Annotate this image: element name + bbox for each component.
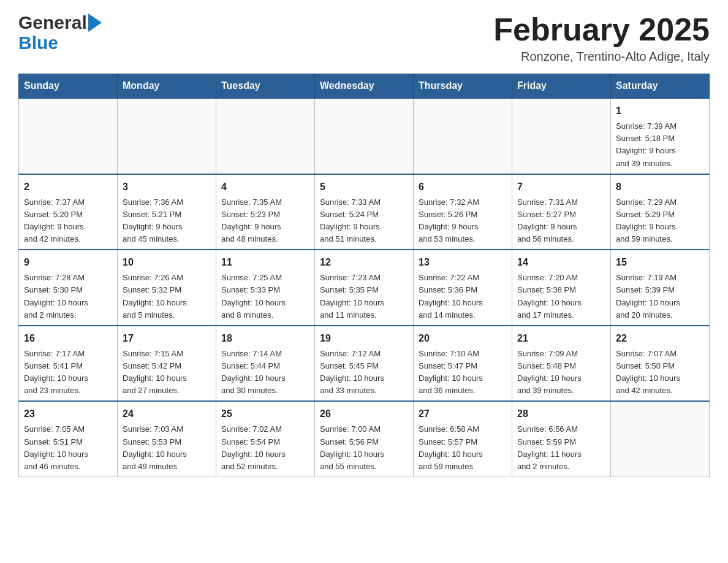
logo-arrow-icon — [88, 13, 102, 32]
calendar-cell: 4Sunrise: 7:35 AM Sunset: 5:23 PM Daylig… — [216, 174, 315, 250]
logo-general-text: General — [18, 12, 87, 33]
logo-blue-text: Blue — [18, 33, 102, 53]
logo: General Blue — [18, 12, 102, 53]
calendar-header-thursday: Thursday — [414, 74, 512, 99]
calendar-cell: 19Sunrise: 7:12 AM Sunset: 5:45 PM Dayli… — [315, 326, 414, 402]
day-number: 21 — [517, 331, 605, 346]
day-info: Sunrise: 7:05 AM Sunset: 5:51 PM Dayligh… — [24, 423, 112, 473]
calendar-cell: 6Sunrise: 7:32 AM Sunset: 5:26 PM Daylig… — [414, 174, 512, 250]
day-number: 14 — [517, 255, 605, 270]
day-number: 26 — [320, 407, 408, 421]
day-number: 7 — [517, 180, 605, 194]
calendar-cell: 17Sunrise: 7:15 AM Sunset: 5:42 PM Dayli… — [118, 326, 216, 402]
day-info: Sunrise: 7:19 AM Sunset: 5:39 PM Dayligh… — [616, 272, 704, 321]
calendar-week-row: 16Sunrise: 7:17 AM Sunset: 5:41 PM Dayli… — [19, 326, 710, 402]
day-number: 18 — [221, 331, 309, 346]
day-info: Sunrise: 7:03 AM Sunset: 5:53 PM Dayligh… — [123, 423, 211, 473]
calendar-table: SundayMondayTuesdayWednesdayThursdayFrid… — [18, 74, 710, 477]
day-number: 20 — [419, 331, 507, 346]
day-info: Sunrise: 7:35 AM Sunset: 5:23 PM Dayligh… — [221, 196, 309, 246]
calendar-cell: 1Sunrise: 7:39 AM Sunset: 5:18 PM Daylig… — [611, 98, 710, 174]
calendar-cell: 26Sunrise: 7:00 AM Sunset: 5:56 PM Dayli… — [315, 401, 414, 477]
calendar-cell: 11Sunrise: 7:25 AM Sunset: 5:33 PM Dayli… — [216, 250, 315, 326]
calendar-cell — [118, 98, 216, 174]
calendar-week-row: 2Sunrise: 7:37 AM Sunset: 5:20 PM Daylig… — [19, 174, 710, 250]
svg-marker-0 — [88, 13, 102, 32]
calendar-cell: 14Sunrise: 7:20 AM Sunset: 5:38 PM Dayli… — [512, 250, 611, 326]
calendar-header-friday: Friday — [512, 74, 611, 99]
day-info: Sunrise: 7:33 AM Sunset: 5:24 PM Dayligh… — [320, 196, 408, 246]
day-info: Sunrise: 7:39 AM Sunset: 5:18 PM Dayligh… — [616, 120, 704, 170]
day-number: 16 — [24, 331, 112, 346]
calendar-header-monday: Monday — [118, 74, 216, 99]
day-number: 6 — [419, 180, 507, 194]
day-number: 4 — [221, 180, 309, 194]
day-number: 23 — [24, 407, 112, 421]
day-number: 5 — [320, 180, 408, 194]
day-info: Sunrise: 7:07 AM Sunset: 5:50 PM Dayligh… — [616, 348, 704, 397]
calendar-cell: 21Sunrise: 7:09 AM Sunset: 5:48 PM Dayli… — [512, 326, 611, 402]
calendar-cell: 22Sunrise: 7:07 AM Sunset: 5:50 PM Dayli… — [611, 326, 710, 402]
day-info: Sunrise: 7:29 AM Sunset: 5:29 PM Dayligh… — [616, 196, 704, 246]
day-info: Sunrise: 7:00 AM Sunset: 5:56 PM Dayligh… — [320, 423, 408, 473]
calendar-cell: 15Sunrise: 7:19 AM Sunset: 5:39 PM Dayli… — [611, 250, 710, 326]
calendar-cell: 16Sunrise: 7:17 AM Sunset: 5:41 PM Dayli… — [19, 326, 118, 402]
day-info: Sunrise: 7:17 AM Sunset: 5:41 PM Dayligh… — [24, 348, 112, 397]
calendar-cell — [315, 98, 414, 174]
day-info: Sunrise: 7:28 AM Sunset: 5:30 PM Dayligh… — [24, 272, 112, 321]
day-number: 15 — [616, 255, 704, 270]
day-info: Sunrise: 7:37 AM Sunset: 5:20 PM Dayligh… — [24, 196, 112, 246]
day-number: 3 — [123, 180, 211, 194]
calendar-cell: 7Sunrise: 7:31 AM Sunset: 5:27 PM Daylig… — [512, 174, 611, 250]
title-section: February 2025 Ronzone, Trentino-Alto Adi… — [493, 12, 710, 64]
month-title: February 2025 — [493, 12, 710, 47]
day-number: 22 — [616, 331, 704, 346]
calendar-header-tuesday: Tuesday — [216, 74, 315, 99]
calendar-cell: 3Sunrise: 7:36 AM Sunset: 5:21 PM Daylig… — [118, 174, 216, 250]
day-number: 13 — [419, 255, 507, 270]
day-number: 17 — [123, 331, 211, 346]
day-info: Sunrise: 7:02 AM Sunset: 5:54 PM Dayligh… — [221, 423, 309, 473]
day-number: 28 — [517, 407, 605, 421]
day-info: Sunrise: 6:58 AM Sunset: 5:57 PM Dayligh… — [419, 423, 507, 473]
day-info: Sunrise: 7:23 AM Sunset: 5:35 PM Dayligh… — [320, 272, 408, 321]
calendar-cell — [414, 98, 512, 174]
calendar-cell: 5Sunrise: 7:33 AM Sunset: 5:24 PM Daylig… — [315, 174, 414, 250]
page-header: General Blue February 2025 Ronzone, Tren… — [18, 12, 710, 64]
day-info: Sunrise: 7:15 AM Sunset: 5:42 PM Dayligh… — [123, 348, 211, 397]
calendar-header-row: SundayMondayTuesdayWednesdayThursdayFrid… — [19, 74, 710, 99]
day-info: Sunrise: 7:22 AM Sunset: 5:36 PM Dayligh… — [419, 272, 507, 321]
calendar-header-sunday: Sunday — [19, 74, 118, 99]
day-info: Sunrise: 7:25 AM Sunset: 5:33 PM Dayligh… — [221, 272, 309, 321]
day-info: Sunrise: 7:09 AM Sunset: 5:48 PM Dayligh… — [517, 348, 605, 397]
day-info: Sunrise: 7:20 AM Sunset: 5:38 PM Dayligh… — [517, 272, 605, 321]
calendar-week-row: 9Sunrise: 7:28 AM Sunset: 5:30 PM Daylig… — [19, 250, 710, 326]
calendar-cell: 20Sunrise: 7:10 AM Sunset: 5:47 PM Dayli… — [414, 326, 512, 402]
day-number: 8 — [616, 180, 704, 194]
day-number: 19 — [320, 331, 408, 346]
calendar-cell: 27Sunrise: 6:58 AM Sunset: 5:57 PM Dayli… — [414, 401, 512, 477]
day-info: Sunrise: 7:10 AM Sunset: 5:47 PM Dayligh… — [419, 348, 507, 397]
day-info: Sunrise: 7:12 AM Sunset: 5:45 PM Dayligh… — [320, 348, 408, 397]
calendar-cell: 25Sunrise: 7:02 AM Sunset: 5:54 PM Dayli… — [216, 401, 315, 477]
day-number: 9 — [24, 255, 112, 270]
calendar-header-saturday: Saturday — [611, 74, 710, 99]
calendar-cell: 12Sunrise: 7:23 AM Sunset: 5:35 PM Dayli… — [315, 250, 414, 326]
calendar-cell: 13Sunrise: 7:22 AM Sunset: 5:36 PM Dayli… — [414, 250, 512, 326]
calendar-week-row: 23Sunrise: 7:05 AM Sunset: 5:51 PM Dayli… — [19, 401, 710, 477]
day-number: 25 — [221, 407, 309, 421]
day-number: 2 — [24, 180, 112, 194]
calendar-cell — [19, 98, 118, 174]
day-info: Sunrise: 7:36 AM Sunset: 5:21 PM Dayligh… — [123, 196, 211, 246]
calendar-cell: 28Sunrise: 6:56 AM Sunset: 5:59 PM Dayli… — [512, 401, 611, 477]
location-subtitle: Ronzone, Trentino-Alto Adige, Italy — [493, 50, 710, 64]
calendar-cell: 9Sunrise: 7:28 AM Sunset: 5:30 PM Daylig… — [19, 250, 118, 326]
day-number: 27 — [419, 407, 507, 421]
day-info: Sunrise: 7:31 AM Sunset: 5:27 PM Dayligh… — [517, 196, 605, 246]
calendar-cell: 8Sunrise: 7:29 AM Sunset: 5:29 PM Daylig… — [611, 174, 710, 250]
calendar-header-wednesday: Wednesday — [315, 74, 414, 99]
day-number: 11 — [221, 255, 309, 270]
day-info: Sunrise: 7:26 AM Sunset: 5:32 PM Dayligh… — [123, 272, 211, 321]
day-info: Sunrise: 6:56 AM Sunset: 5:59 PM Dayligh… — [517, 423, 605, 473]
calendar-cell — [512, 98, 611, 174]
